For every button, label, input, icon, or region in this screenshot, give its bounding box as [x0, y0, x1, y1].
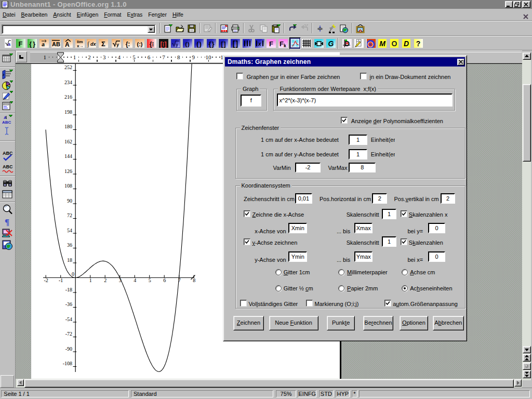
svg-text:dx: dx	[90, 42, 96, 47]
svg-text:18: 18	[67, 257, 72, 263]
svg-text:a: a	[42, 41, 45, 48]
svg-text:144: 144	[64, 153, 72, 159]
svg-text:-72: -72	[65, 331, 72, 337]
svg-text:180: 180	[64, 124, 72, 129]
svg-text:-18: -18	[65, 287, 72, 292]
svg-text:252: 252	[64, 64, 72, 70]
svg-text:F: F	[280, 40, 284, 48]
svg-text:90: 90	[67, 198, 72, 204]
svg-text:8: 8	[193, 277, 195, 283]
svg-text:198: 198	[64, 109, 72, 115]
svg-text:¶: ¶	[5, 217, 9, 227]
svg-text:y: y	[116, 42, 119, 47]
svg-text:5: 5	[149, 277, 151, 283]
svg-text:126: 126	[64, 168, 72, 174]
svg-text:0: 0	[72, 271, 74, 277]
svg-text:AB: AB	[52, 41, 60, 47]
svg-text:-108: -108	[63, 361, 72, 366]
svg-text:a: a	[8, 42, 11, 47]
svg-text:6: 6	[163, 277, 166, 283]
svg-text:ABC: ABC	[2, 120, 11, 125]
svg-text:4: 4	[134, 277, 136, 283]
svg-text:-2: -2	[44, 277, 48, 283]
svg-text:-1: -1	[59, 277, 63, 283]
svg-text:∫: ∫	[87, 40, 90, 48]
svg-text:x: x	[258, 41, 261, 47]
svg-text:108: 108	[64, 183, 72, 189]
svg-text:234: 234	[64, 79, 72, 85]
svg-text:A: A	[65, 41, 70, 48]
svg-text:216: 216	[64, 94, 72, 100]
svg-text:-90: -90	[65, 346, 72, 352]
svg-text:y: y	[176, 42, 178, 47]
svg-text:36: 36	[67, 242, 72, 248]
svg-text:ABC: ABC	[3, 164, 13, 169]
svg-text:2: 2	[104, 277, 107, 283]
svg-text:-54: -54	[65, 316, 72, 322]
svg-text:k: k	[284, 43, 287, 48]
svg-text:1: 1	[89, 277, 92, 283]
svg-text:162: 162	[64, 139, 72, 144]
svg-text:72: 72	[67, 212, 72, 218]
svg-text:-36: -36	[65, 301, 72, 307]
svg-text:x→: x→	[77, 44, 83, 48]
svg-text:54: 54	[67, 228, 72, 233]
